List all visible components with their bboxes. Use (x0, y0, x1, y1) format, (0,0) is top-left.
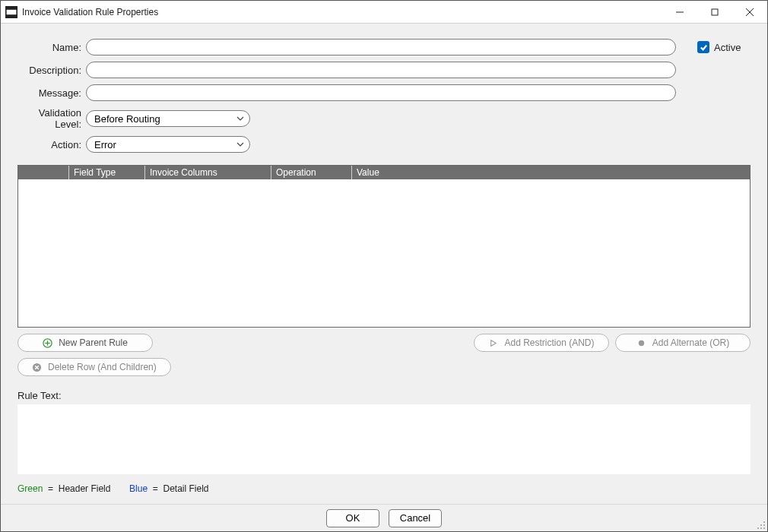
titlebar: Invoice Validation Rule Properties (1, 1, 767, 24)
add-restriction-label: Add Restriction (AND) (504, 337, 594, 348)
svg-rect-0 (7, 9, 17, 14)
svg-point-18 (763, 527, 765, 529)
add-alternate-label: Add Alternate (OR) (652, 337, 729, 348)
x-circle-icon (32, 363, 42, 372)
action-select[interactable] (86, 136, 250, 153)
window-root: Invoice Validation Rule Properties Name: (0, 0, 768, 532)
new-parent-rule-label: New Parent Rule (59, 337, 128, 348)
plus-circle-icon (43, 338, 52, 348)
row-description: Description: (17, 62, 751, 78)
row-name: Name: Active (17, 39, 751, 55)
close-button[interactable] (732, 1, 767, 23)
message-label: Message: (17, 87, 86, 99)
add-alternate-button[interactable]: Add Alternate (OR) (615, 334, 751, 352)
validation-level-label: Validation Level: (17, 107, 86, 130)
legend-eq1: = (48, 483, 53, 494)
maximize-icon (711, 8, 719, 16)
grid-col-invoicecols[interactable]: Invoice Columns (144, 166, 271, 179)
app-icon (5, 6, 17, 18)
grid-col-value[interactable]: Value (351, 166, 750, 179)
grid-buttons: New Parent Rule Add Restriction (AND) (17, 334, 751, 376)
grid-col-operation[interactable]: Operation (271, 166, 351, 179)
svg-marker-8 (491, 340, 497, 345)
grid-body[interactable] (18, 179, 750, 327)
legend: Green = Header Field Blue = Detail Field (17, 482, 751, 497)
delete-row-button[interactable]: Delete Row (And Children) (17, 358, 171, 376)
rule-text-label: Rule Text: (17, 390, 751, 401)
active-checkbox[interactable] (697, 41, 709, 53)
svg-point-14 (760, 524, 762, 526)
svg-rect-2 (712, 9, 718, 15)
content-area: Name: Active Description: Message: Valid… (1, 24, 767, 504)
resize-grip-icon[interactable] (757, 521, 766, 530)
svg-point-9 (639, 340, 644, 345)
minimize-icon (676, 8, 684, 16)
message-input[interactable] (86, 84, 676, 101)
svg-point-17 (760, 527, 762, 529)
maximize-button[interactable] (697, 1, 732, 23)
close-icon (746, 8, 754, 16)
grid-header: Field Type Invoice Columns Operation Val… (18, 166, 750, 179)
cancel-button[interactable]: Cancel (389, 509, 442, 527)
new-parent-rule-button[interactable]: New Parent Rule (17, 334, 153, 352)
svg-point-15 (763, 524, 765, 526)
add-restriction-button[interactable]: Add Restriction (AND) (474, 334, 609, 352)
row-message: Message: (17, 84, 751, 101)
legend-eq2: = (153, 483, 158, 494)
delete-row-label: Delete Row (And Children) (48, 362, 157, 372)
description-input[interactable] (86, 62, 676, 78)
play-icon (488, 338, 498, 348)
window-controls (662, 1, 767, 23)
minimize-button[interactable] (662, 1, 697, 23)
row-action: Action: (17, 136, 751, 153)
footer: OK Cancel (1, 504, 767, 531)
description-label: Description: (17, 65, 86, 76)
svg-point-16 (757, 527, 759, 529)
name-input[interactable] (86, 39, 676, 55)
legend-blue-desc: Detail Field (163, 483, 209, 494)
legend-green: Green (17, 483, 43, 494)
svg-point-13 (763, 521, 765, 523)
row-validation-level: Validation Level: (17, 107, 751, 130)
grid-col-blank1 (18, 166, 68, 179)
action-label: Action: (17, 139, 86, 150)
rule-text-box (17, 404, 751, 474)
active-label: Active (714, 42, 741, 53)
ok-button[interactable]: OK (326, 509, 379, 527)
active-checkbox-wrap[interactable]: Active (697, 41, 741, 53)
check-icon (700, 43, 708, 52)
rules-grid[interactable]: Field Type Invoice Columns Operation Val… (17, 165, 751, 328)
circle-icon (636, 338, 646, 348)
legend-green-desc: Header Field (59, 483, 111, 494)
window-title: Invoice Validation Rule Properties (22, 7, 662, 17)
name-label: Name: (17, 42, 86, 53)
validation-level-select[interactable] (86, 110, 250, 127)
grid-col-fieldtype[interactable]: Field Type (68, 166, 144, 179)
form-area: Name: Active Description: Message: Valid… (17, 39, 751, 153)
legend-blue: Blue (129, 483, 148, 494)
